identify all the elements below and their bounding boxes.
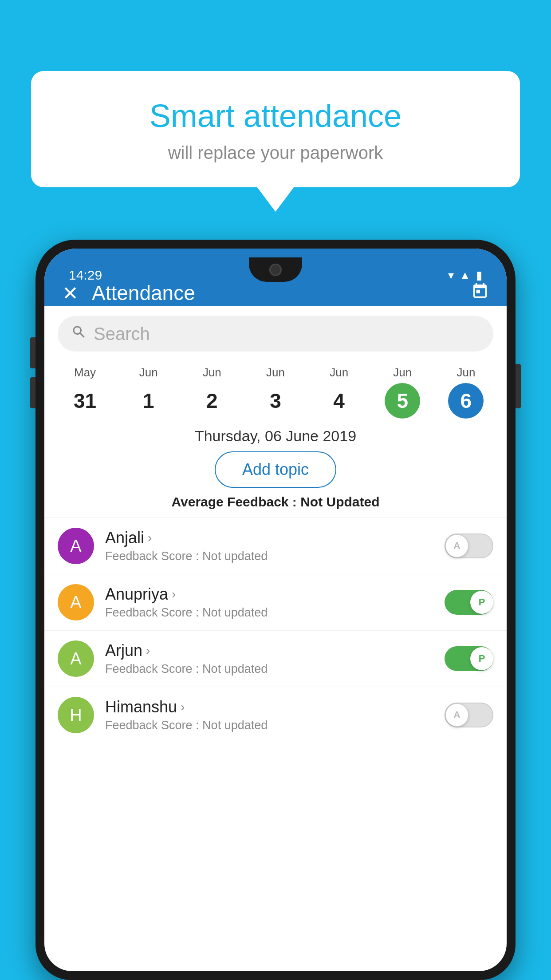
battery-icon: ▮ (476, 269, 482, 282)
search-icon (71, 324, 87, 344)
toggle-knob: A (445, 534, 468, 557)
list-item: HHimanshu ›Feedback Score : Not updatedA (44, 687, 507, 743)
date-item[interactable]: Jun2 (180, 366, 244, 419)
list-item: AAnjali ›Feedback Score : Not updatedA (44, 518, 507, 574)
phone-screen: 14:29 ▾ ▲ ▮ ✕ Attendance (44, 249, 507, 971)
date-day[interactable]: 3 (258, 383, 293, 419)
attendance-toggle[interactable]: A (445, 703, 493, 727)
student-list: AAnjali ›Feedback Score : Not updatedAAA… (44, 518, 507, 743)
date-month: Jun (457, 366, 475, 379)
avg-feedback: Average Feedback : Not Updated (44, 494, 507, 510)
selected-date: Thursday, 06 June 2019 (44, 427, 507, 445)
attendance-toggle[interactable]: P (445, 646, 493, 671)
date-month: May (74, 366, 96, 379)
bubble-subtitle: will replace your paperwork (53, 143, 498, 163)
student-feedback: Feedback Score : Not updated (105, 662, 433, 676)
date-item[interactable]: Jun3 (244, 366, 307, 419)
wifi-icon: ▾ (448, 269, 454, 282)
avatar: A (58, 528, 94, 564)
date-month: Jun (266, 366, 285, 379)
student-info: Anupriya ›Feedback Score : Not updated (105, 585, 433, 620)
attendance-toggle[interactable]: A (445, 533, 493, 558)
attendance-toggle[interactable]: P (445, 590, 493, 615)
date-day[interactable]: 2 (194, 383, 230, 419)
toggle-knob: A (445, 703, 468, 727)
phone-notch (249, 257, 302, 282)
student-info: Arjun ›Feedback Score : Not updated (105, 641, 433, 676)
student-name[interactable]: Arjun › (105, 641, 433, 660)
chevron-icon: › (172, 587, 176, 601)
add-topic-button[interactable]: Add topic (215, 451, 336, 488)
bubble-title: Smart attendance (53, 98, 498, 134)
date-day[interactable]: 31 (67, 383, 103, 419)
date-month: Jun (139, 366, 158, 379)
date-item[interactable]: Jun6 (434, 366, 498, 419)
student-name[interactable]: Himanshu › (105, 698, 433, 716)
date-month: Jun (330, 366, 348, 379)
date-month: Jun (393, 366, 412, 379)
chevron-icon: › (181, 700, 185, 714)
phone-frame: 14:29 ▾ ▲ ▮ ✕ Attendance (35, 240, 516, 980)
student-feedback: Feedback Score : Not updated (105, 549, 433, 563)
volume-up-button (30, 337, 35, 368)
calendar-strip: May31Jun1Jun2Jun3Jun4Jun5Jun6 (44, 361, 507, 423)
avatar: H (58, 697, 94, 733)
signal-icon: ▲ (459, 269, 471, 282)
power-button (516, 364, 521, 408)
date-item[interactable]: Jun1 (117, 366, 180, 419)
chevron-icon: › (146, 644, 150, 658)
toggle-knob: P (470, 647, 493, 670)
search-placeholder: Search (94, 324, 150, 344)
date-item[interactable]: Jun4 (307, 366, 371, 419)
phone-time: 14:29 (69, 268, 102, 283)
camera (269, 264, 282, 276)
status-bar: 14:29 ▾ ▲ ▮ (44, 257, 507, 293)
list-item: AArjun ›Feedback Score : Not updatedP (44, 630, 507, 687)
chevron-icon: › (148, 531, 152, 545)
list-item: AAnupriya ›Feedback Score : Not updatedP (44, 574, 507, 630)
date-day[interactable]: 6 (448, 383, 484, 419)
speech-bubble: Smart attendance will replace your paper… (31, 71, 520, 187)
avatar: A (58, 640, 94, 677)
toggle-knob: P (470, 591, 493, 614)
date-item[interactable]: Jun5 (371, 366, 434, 419)
student-feedback: Feedback Score : Not updated (105, 606, 433, 620)
student-name[interactable]: Anupriya › (105, 585, 433, 604)
student-feedback: Feedback Score : Not updated (105, 719, 433, 732)
search-bar[interactable]: Search (58, 316, 493, 352)
student-name[interactable]: Anjali › (105, 529, 433, 547)
date-item[interactable]: May31 (53, 366, 117, 419)
student-info: Anjali ›Feedback Score : Not updated (105, 529, 433, 563)
avatar: A (58, 584, 94, 620)
student-info: Himanshu ›Feedback Score : Not updated (105, 698, 433, 732)
date-day[interactable]: 4 (321, 383, 357, 419)
date-day[interactable]: 5 (385, 383, 420, 419)
volume-down-button (30, 377, 35, 408)
date-month: Jun (203, 366, 221, 379)
status-icons: ▾ ▲ ▮ (448, 269, 482, 282)
date-day[interactable]: 1 (131, 383, 166, 419)
